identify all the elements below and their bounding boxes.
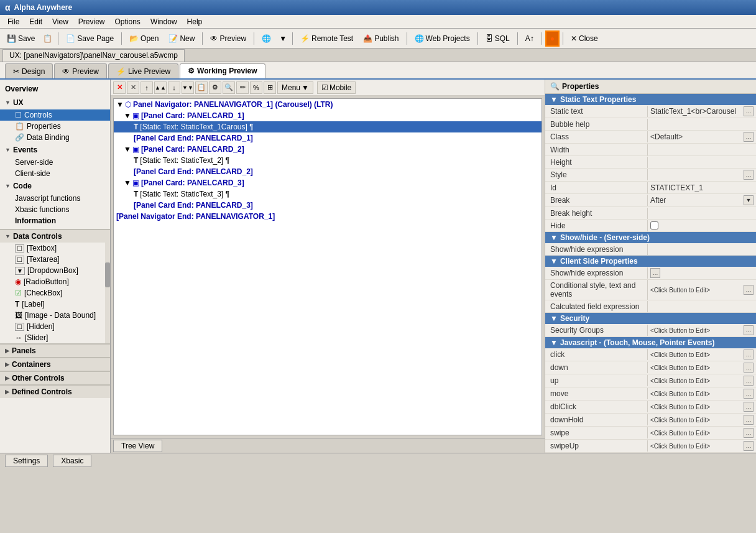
new-button[interactable]: 📝 New (164, 30, 199, 47)
save-options-button[interactable]: 📋 (40, 30, 55, 47)
preview-button[interactable]: 👁 Preview (206, 30, 251, 47)
dblclick-btn[interactable]: … (744, 402, 754, 412)
menu-edit[interactable]: Edit (24, 15, 47, 28)
defined-controls-header[interactable]: ▶ Defined Controls (0, 385, 110, 398)
doc-tab[interactable]: UX: [panelNavigators]\panelNav_carousel.… (2, 49, 185, 62)
show-hide-client-btn[interactable]: … (650, 268, 660, 278)
menu-btn[interactable]: Menu ▼ (277, 81, 313, 94)
move-bottom-btn[interactable]: ▼▼ (182, 81, 194, 94)
save-button[interactable]: 💾 Save (2, 30, 39, 47)
remote-test-button[interactable]: ⚡ Remote Test (296, 30, 357, 47)
style-edit-btn[interactable]: … (744, 170, 754, 180)
browser-dropdown[interactable]: ▼ (277, 30, 289, 47)
menu-options[interactable]: Options (110, 15, 145, 28)
list-item-textarea[interactable]: ☐ [Textarea] (0, 254, 110, 265)
client-side-props-header[interactable]: ▼ Client Side Properties (545, 256, 756, 267)
menu-help[interactable]: Help (182, 15, 208, 28)
panels-header[interactable]: ▶ Panels (0, 344, 110, 357)
tree-item-panel-card-1[interactable]: ▼ ▣ [Panel Card: PANELCARD_1] (114, 110, 542, 121)
search-btn[interactable]: 🔍 (223, 81, 235, 94)
swipeup-btn[interactable]: … (744, 441, 754, 451)
move-btn[interactable]: … (744, 389, 754, 399)
move-top-btn[interactable]: ▲▲ (154, 81, 167, 94)
list-item-image[interactable]: 🖼 [Image - Data Bound] (0, 310, 110, 321)
sidebar-item-javascript[interactable]: Javascript functions (0, 193, 110, 204)
sidebar-item-properties[interactable]: 📋 Properties (0, 121, 110, 132)
click-btn[interactable]: … (744, 350, 754, 359)
list-item-slider[interactable]: ↔ [Slider] (0, 332, 110, 343)
security-groups-btn[interactable]: … (744, 325, 754, 335)
edit-btn[interactable]: ✏ (236, 81, 249, 94)
menu-file[interactable]: File (2, 15, 24, 28)
tab-design[interactable]: ✂ Design (5, 63, 53, 78)
tree-item-panel-nav-end[interactable]: [Panel Navigator End: PANELNAVIGATOR_1] (114, 211, 542, 222)
containers-header[interactable]: ▶ Containers (0, 358, 110, 371)
sidebar-item-data-binding[interactable]: 🔗 Data Binding (0, 132, 110, 143)
delete-red-btn[interactable]: ✕ (113, 81, 126, 94)
tree-item-static-text-3[interactable]: T [Static Text: StaticText_3] ¶ (114, 188, 542, 200)
menu-view[interactable]: View (47, 15, 73, 28)
tree-item-panel-navigator[interactable]: ▼ ⬡ Panel Navigator: PANELNAVIGATOR_1] (… (114, 99, 542, 110)
settings-tab[interactable]: Settings (5, 455, 48, 467)
tree-item-panel-card-3-end[interactable]: [Panel Card End: PANELCARD_3] (114, 200, 542, 211)
tab-working-preview[interactable]: ⚙ Working Preview (180, 63, 265, 78)
menu-preview[interactable]: Preview (73, 15, 110, 28)
down-btn[interactable]: … (744, 363, 754, 373)
other-controls-header[interactable]: ▶ Other Controls (0, 371, 110, 384)
cond-style-btn[interactable]: … (744, 285, 754, 295)
sidebar-item-client-side[interactable]: Client-side (0, 168, 110, 179)
tree-item-panel-card-3[interactable]: ▼ ▣ [Panel Card: PANELCARD_3] (114, 177, 542, 188)
tree-item-panel-card-2[interactable]: ▼ ▣ [Panel Card: PANELCARD_2] (114, 144, 542, 155)
delete-btn[interactable]: ✕ (127, 81, 139, 94)
status-indicator[interactable]: ● (545, 30, 560, 47)
list-item-radiobutton[interactable]: ◉ [RadioButton] (0, 276, 110, 287)
copy-btn[interactable]: 📋 (195, 81, 208, 94)
tree-view-tab[interactable]: Tree View (113, 440, 162, 452)
publish-button[interactable]: 📤 Publish (359, 30, 403, 47)
list-item-label[interactable]: T [Label] (0, 299, 110, 310)
js-events-header[interactable]: ▼ Javascript - (Touch, Mouse, Pointer Ev… (545, 337, 756, 348)
tab-live-preview[interactable]: ⚡ Live Preview (108, 63, 178, 78)
web-projects-button[interactable]: 🌐 Web Projects (410, 30, 474, 47)
security-header[interactable]: ▼ Security (545, 313, 756, 324)
tree-item-panel-card-2-end[interactable]: [Panel Card End: PANELCARD_2] (114, 166, 542, 177)
list-item-checkbox[interactable]: ☑ [CheckBox] (0, 287, 110, 299)
downhold-btn[interactable]: … (744, 415, 754, 425)
tree-item-static-text-1[interactable]: T [Static Text: StaticText_1Carous] ¶ (114, 121, 542, 132)
font-button[interactable]: A↑ (521, 30, 538, 47)
break-dropdown-btn[interactable]: ▼ (744, 195, 754, 205)
move-down-btn[interactable]: ↓ (168, 81, 180, 94)
list-item-dropdownbox[interactable]: ▼ [DropdownBox] (0, 265, 110, 276)
static-text-edit-btn[interactable]: … (744, 106, 754, 116)
menu-window[interactable]: Window (145, 15, 182, 28)
hide-checkbox[interactable] (650, 221, 658, 229)
sidebar-item-events[interactable]: ▼ Events (0, 143, 110, 157)
class-edit-btn[interactable]: … (744, 132, 754, 142)
static-text-props-header[interactable]: ▼ Static Text Properties (545, 94, 756, 105)
tab-preview[interactable]: 👁 Preview (54, 63, 107, 78)
open-button[interactable]: 📂 Open (125, 30, 163, 47)
move-up-btn[interactable]: ↑ (141, 81, 153, 94)
show-hide-server-header[interactable]: ▼ Show/hide - (Server-side) (545, 232, 756, 243)
grid-btn[interactable]: ⊞ (264, 81, 276, 94)
tree-item-static-text-2[interactable]: T [Static Text: StaticText_2] ¶ (114, 155, 542, 166)
sidebar-item-overview[interactable]: Overview (0, 82, 110, 96)
scroll-thumb[interactable] (105, 262, 110, 287)
sidebar-item-ux[interactable]: ▼ UX (0, 96, 110, 109)
xbasic-tab[interactable]: Xbasic (53, 455, 91, 467)
sql-button[interactable]: 🗄 SQL (481, 30, 514, 47)
sidebar-item-controls[interactable]: ☐ Controls (0, 109, 110, 121)
browser-button[interactable]: 🌐 (257, 30, 275, 47)
sidebar-item-information[interactable]: Information (0, 215, 110, 226)
sidebar-item-server-side[interactable]: Server-side (0, 157, 110, 168)
tree-item-panel-card-1-end[interactable]: [Panel Card End: PANELCARD_1] (114, 132, 542, 144)
sidebar-item-xbasic[interactable]: Xbasic functions (0, 204, 110, 215)
mobile-checkbox[interactable]: ☑ Mobile (317, 81, 356, 94)
save-page-button[interactable]: 📄 Save Page (62, 30, 118, 47)
data-controls-header[interactable]: ▼ Data Controls (0, 229, 110, 243)
close-button[interactable]: ✕ Close (566, 30, 602, 47)
sidebar-item-code[interactable]: ▼ Code (0, 179, 110, 193)
percent-btn[interactable]: % (250, 81, 262, 94)
swipe-btn[interactable]: … (744, 428, 754, 438)
settings-btn[interactable]: ⚙ (209, 81, 221, 94)
